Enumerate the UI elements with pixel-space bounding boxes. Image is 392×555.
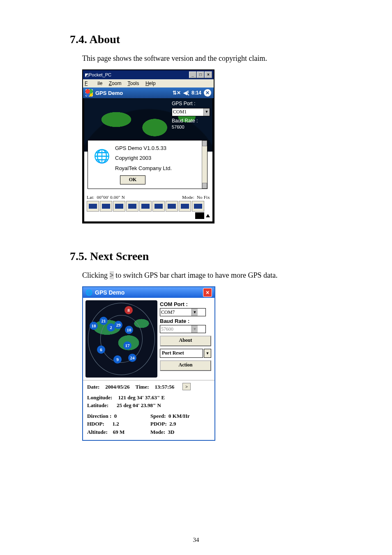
lat-value: 00°00' 0.00" N	[97, 195, 125, 200]
about-company: RoyalTek Company Ltd.	[115, 165, 204, 172]
clock: 8:14	[191, 90, 201, 95]
speed-label: Speed:	[150, 413, 166, 419]
app-icon: ◩	[85, 73, 89, 77]
about-version: GPS Demo V1.0.5.33	[115, 145, 204, 152]
tool-icon-2[interactable]	[100, 201, 112, 212]
time-value: 13:57:56	[155, 383, 175, 391]
speed-value: 0 KM/Hr	[168, 413, 190, 419]
direction-value: 0	[114, 413, 117, 419]
gps-port-select[interactable]: ▼	[172, 108, 210, 116]
about-button[interactable]: About	[160, 336, 211, 346]
time-label: Time:	[136, 383, 149, 391]
com-port-value[interactable]	[160, 309, 191, 316]
about-dialog: 🌐 GPS Demo V1.0.5.33 Copyright 2003 Roya…	[88, 140, 208, 189]
about-copyright: Copyright 2003	[115, 154, 204, 162]
maximize-button[interactable]: □	[197, 71, 204, 78]
status-bar: Lat: 00°00' 0.00" N Mode: No Fix	[87, 195, 210, 200]
com-port-label: COM Port :	[160, 301, 211, 307]
bottom-toolbar	[86, 201, 211, 220]
dropdown-arrow-icon: ▼	[191, 325, 198, 333]
gps-port-value[interactable]	[172, 108, 203, 116]
dropdown-arrow-icon[interactable]: ▼	[203, 108, 210, 116]
mode-value-2: 3D	[168, 429, 175, 435]
menu-zoom[interactable]: Zoom	[109, 81, 122, 86]
globe-icon: 🌐	[94, 147, 110, 166]
tool-icon-3[interactable]	[113, 201, 125, 212]
dropdown-arrow-icon[interactable]: ▼	[191, 309, 198, 316]
baud-rate-label: Baud Rate :	[172, 118, 210, 124]
pocketpc-title: Pocket_PC	[89, 73, 189, 77]
lat-label: Lat:	[87, 195, 95, 200]
minimize-button[interactable]: _	[189, 71, 196, 78]
gpsdemo2-title: GPS Demo	[95, 289, 125, 296]
menu-help[interactable]: Help	[145, 81, 156, 86]
page-number: 34	[0, 537, 392, 543]
hdop-label: HDOP:	[87, 421, 104, 427]
gpsdemo-titlebar: GPS Demo ⇅✕ ◀ξ 8:14 ✕	[83, 88, 214, 98]
start-icon[interactable]	[85, 89, 93, 97]
menu-file[interactable]: File	[85, 81, 102, 86]
pdop-value: 2.9	[169, 421, 176, 427]
altitude-label: Altitude:	[87, 429, 108, 435]
baud-rate-value-peek: 57600	[172, 124, 210, 130]
close-button-2[interactable]: ×	[203, 288, 212, 297]
next-screen-button[interactable]: >	[182, 383, 191, 390]
keyboard-icon[interactable]	[195, 212, 204, 219]
gps-data-panel: Date: 2004/05/26 Time: 13:57:56 > Longit…	[83, 380, 214, 440]
gpsdemo-title: GPS Demo	[95, 90, 123, 96]
hdop-value: 1.2	[112, 421, 119, 427]
sip-up-icon[interactable]	[206, 214, 210, 217]
com-port-select[interactable]: ▼	[160, 308, 206, 316]
port-reset-select[interactable]: Port Reset ▼	[160, 349, 211, 358]
dropdown-arrow-icon[interactable]: ▼	[204, 349, 211, 358]
signal-icon[interactable]: ⇅✕	[173, 90, 181, 95]
volume-icon[interactable]: ◀ξ	[183, 90, 189, 95]
date-value: 2004/05/26	[105, 383, 129, 391]
pocketpc-titlebar: ◩ Pocket_PC _ □ ×	[83, 70, 214, 79]
tool-icon-5[interactable]	[139, 201, 152, 212]
date-label: Date:	[87, 383, 99, 391]
mode-value: No Fix	[197, 195, 210, 200]
section-heading-next: 7.5. Next Screen	[70, 250, 355, 263]
satellite-skyplot: 8211829210176924	[85, 300, 157, 378]
baud-rate-select[interactable]: ▼	[160, 325, 206, 333]
dialog-scrollbar[interactable]	[202, 140, 207, 189]
close-button[interactable]: ×	[205, 71, 212, 78]
port-reset-label: Port Reset	[160, 349, 203, 358]
mode-label: Mode:	[182, 195, 194, 200]
pdop-label: PDOP:	[150, 421, 167, 427]
tool-icon-4[interactable]	[126, 201, 138, 212]
ok-button[interactable]: OK	[120, 175, 145, 184]
gpsdemo-window: 🌐 GPS Demo × 8211829210176924 COM Port :…	[82, 286, 215, 441]
app-icon-2: 🌐	[85, 289, 92, 296]
tool-icon-6[interactable]	[152, 201, 165, 212]
gpsdemo2-titlebar: 🌐 GPS Demo ×	[83, 287, 214, 298]
tool-icon-8[interactable]	[179, 201, 191, 212]
tool-icon-7[interactable]	[166, 201, 178, 212]
ppc-close-button[interactable]: ✕	[204, 89, 211, 97]
baud-rate-value	[160, 325, 191, 333]
section-body-about: This page shows the software version and…	[82, 53, 355, 64]
mode-label-2: Mode:	[150, 429, 165, 435]
menu-tools[interactable]: Tools	[128, 81, 139, 86]
longitude-label: Longitude:	[87, 394, 112, 402]
direction-label: Direction :	[87, 413, 111, 419]
longitude-value: 121 deg 34' 37.63" E	[118, 394, 165, 402]
altitude-value: 69 M	[113, 429, 125, 435]
tool-icon-9[interactable]	[192, 201, 204, 212]
gps-port-label: GPS Port :	[172, 101, 210, 107]
action-button[interactable]: Action	[160, 360, 211, 371]
menubar: File Zoom Tools Help	[83, 79, 214, 88]
next-mark: >	[110, 271, 114, 279]
section-body-next: Clicking > to switch GPS bar chart image…	[82, 270, 355, 281]
pocketpc-window: ◩ Pocket_PC _ □ × File Zoom Tools Help G…	[82, 69, 214, 223]
tool-icon-1[interactable]	[87, 201, 99, 212]
section-heading-about: 7.4. About	[70, 33, 355, 46]
latitude-value: 25 deg 04' 23.98" N	[117, 401, 161, 410]
latitude-label: Latitude:	[87, 401, 108, 410]
baud-rate-label-2: Baud Rate :	[160, 318, 211, 324]
